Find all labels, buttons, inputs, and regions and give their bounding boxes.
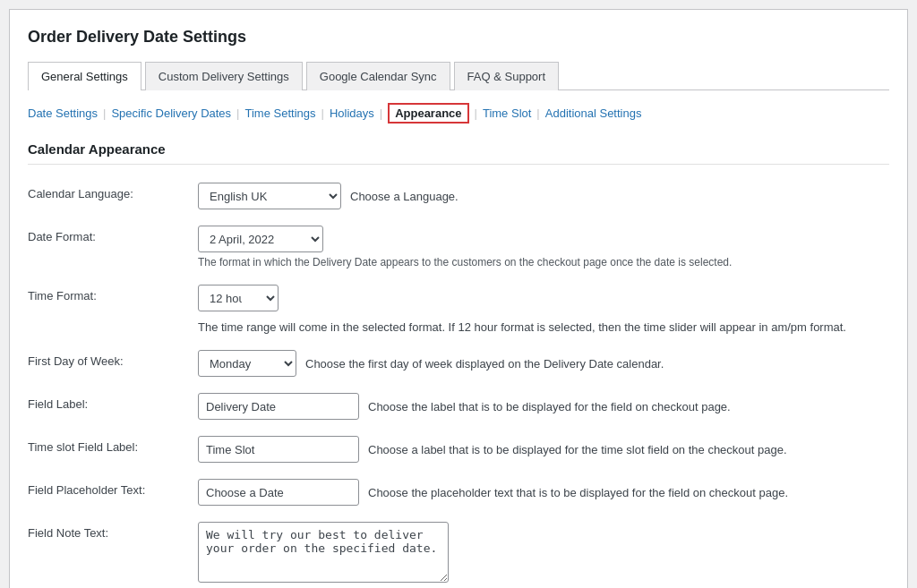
subnav: Date Settings | Specific Delivery Dates …: [28, 103, 889, 124]
calendar-language-control: English UK English US French German Span…: [198, 183, 889, 209]
first-day-of-week-select[interactable]: Monday Sunday Saturday: [198, 350, 296, 377]
date-format-label: Date Format:: [28, 226, 189, 243]
field-label-row: Field Label: Choose the label that is to…: [28, 393, 889, 420]
field-label-label: Field Label:: [28, 393, 189, 411]
tab-general-settings[interactable]: General Settings: [28, 62, 141, 90]
section-title: Calendar Appearance: [28, 141, 889, 165]
subnav-time-slot[interactable]: Time Slot: [483, 107, 531, 120]
field-note-text-control: We will try our best to deliver your ord…: [198, 522, 889, 588]
tab-faq-support[interactable]: FAQ & Support: [454, 62, 559, 90]
time-slot-field-label-row: Time slot Field Label: Choose a label th…: [28, 436, 889, 463]
tabs-row: General Settings Custom Delivery Setting…: [28, 61, 889, 90]
subnav-sep-3: |: [321, 107, 323, 120]
first-day-of-week-row: First Day of Week: Monday Sunday Saturda…: [28, 350, 889, 377]
field-placeholder-text-control: Choose the placeholder text that is to b…: [198, 479, 889, 506]
subnav-sep-5: |: [475, 107, 477, 120]
time-format-select[interactable]: 12 hour 24 hour: [198, 285, 279, 311]
first-day-of-week-label: First Day of Week:: [28, 350, 189, 368]
page-title: Order Delivery Date Settings: [28, 28, 889, 47]
subnav-date-settings[interactable]: Date Settings: [28, 107, 98, 120]
date-format-select[interactable]: 2 April, 2022 04/02/2022 2022-04-02: [198, 226, 323, 252]
time-slot-field-label-label: Time slot Field Label:: [28, 436, 189, 454]
subnav-appearance[interactable]: Appearance: [388, 103, 468, 124]
subnav-sep-6: |: [536, 107, 539, 120]
field-placeholder-text-label: Field Placeholder Text:: [28, 479, 189, 497]
time-format-help: The time range will come in the selected…: [198, 320, 846, 334]
time-slot-field-label-input[interactable]: [198, 436, 359, 463]
field-label-control: Choose the label that is to be displayed…: [198, 393, 889, 420]
calendar-language-help: Choose a Language.: [350, 190, 458, 203]
subnav-time-settings[interactable]: Time Settings: [244, 107, 315, 120]
tab-google-calendar-sync[interactable]: Google Calendar Sync: [306, 62, 450, 90]
subnav-sep-4: |: [380, 107, 382, 120]
subnav-additional-settings[interactable]: Additional Settings: [545, 107, 642, 120]
subnav-holidays[interactable]: Holidays: [330, 107, 374, 120]
calendar-language-row: Calendar Language: English UK English US…: [28, 183, 889, 209]
field-note-text-textarea[interactable]: We will try our best to deliver your ord…: [198, 522, 449, 583]
settings-table: Calendar Language: English UK English US…: [28, 183, 889, 588]
subnav-sep-2: |: [236, 107, 239, 120]
field-label-help: Choose the label that is to be displayed…: [368, 400, 731, 413]
first-day-of-week-help: Choose the first day of week displayed o…: [305, 357, 664, 371]
first-day-of-week-control: Monday Sunday Saturday Choose the first …: [198, 350, 889, 377]
field-placeholder-text-row: Field Placeholder Text: Choose the place…: [28, 479, 889, 506]
time-format-control: 12 hour 24 hour The time range will come…: [198, 285, 889, 334]
field-placeholder-text-help: Choose the placeholder text that is to b…: [368, 486, 788, 499]
field-note-text-row: Field Note Text: We will try our best to…: [28, 522, 889, 588]
calendar-language-select[interactable]: English UK English US French German Span…: [198, 183, 341, 209]
time-format-row: Time Format: 12 hour 24 hour The time ra…: [28, 285, 889, 334]
time-slot-field-label-help: Choose a label that is to be displayed f…: [368, 443, 787, 456]
field-note-text-label: Field Note Text:: [28, 522, 189, 540]
field-label-input[interactable]: [198, 393, 359, 420]
date-format-control: 2 April, 2022 04/02/2022 2022-04-02 The …: [198, 226, 889, 268]
time-slot-field-label-control: Choose a label that is to be displayed f…: [198, 436, 889, 463]
subnav-specific-delivery-dates[interactable]: Specific Delivery Dates: [111, 107, 231, 120]
date-format-row: Date Format: 2 April, 2022 04/02/2022 20…: [28, 226, 889, 268]
time-format-label: Time Format:: [28, 285, 189, 303]
subnav-sep-1: |: [103, 107, 106, 120]
calendar-language-label: Calendar Language:: [28, 183, 189, 200]
date-format-help: The format in which the Delivery Date ap…: [198, 256, 889, 268]
field-placeholder-text-input[interactable]: [198, 479, 359, 506]
tab-custom-delivery-settings[interactable]: Custom Delivery Settings: [145, 62, 303, 90]
